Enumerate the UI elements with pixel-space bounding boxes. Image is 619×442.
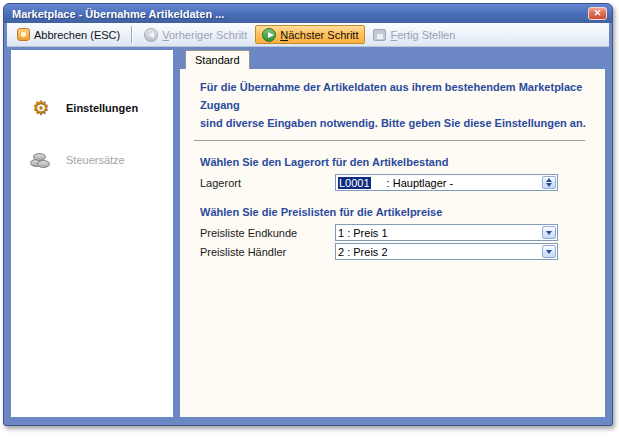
main-column: Standard Für die Übernahme der Artikelda… xyxy=(180,50,605,417)
toolbar: Abbrechen (ESC) Vorheriger Schritt Nächs… xyxy=(7,23,609,47)
previous-step-button-label: Vorheriger Schritt xyxy=(162,29,247,41)
close-icon: ✕ xyxy=(594,9,602,18)
preisliste-endkunde-value: 1 : Preis 1 xyxy=(338,227,388,239)
lagerort-value-rest: : Hauptlager - xyxy=(387,177,454,189)
chevron-down-icon xyxy=(546,231,552,235)
separator-line xyxy=(194,140,585,141)
finish-button-label: Fertig Stellen xyxy=(390,29,455,41)
toolbar-separator xyxy=(131,26,133,43)
lagerort-spinner-button[interactable] xyxy=(542,176,556,189)
title-bar: Marketplace - Übernahme Artikeldaten ...… xyxy=(4,4,612,23)
coins-icon xyxy=(30,151,52,169)
spinner-up-icon xyxy=(546,178,552,182)
next-step-button[interactable]: Nächster Schritt xyxy=(255,25,365,44)
dialog-window: Marketplace - Übernahme Artikeldaten ...… xyxy=(3,3,613,426)
cancel-button-label: Abbrechen (ESC) xyxy=(34,29,120,41)
lagerort-value-selected: L0001 xyxy=(338,177,371,189)
lagerort-label: Lagerort xyxy=(200,177,335,189)
preisliste-haendler-label: Preisliste Händler xyxy=(200,246,335,258)
tab-row: Standard xyxy=(180,50,605,69)
preisliste-endkunde-dropdown-button[interactable] xyxy=(542,226,556,239)
preisliste-haendler-dropdown[interactable]: 2 : Preis 2 xyxy=(335,243,558,260)
spinner-down-icon xyxy=(546,183,552,187)
window-title: Marketplace - Übernahme Artikeldaten ... xyxy=(12,8,224,20)
previous-arrow-icon xyxy=(144,28,158,42)
intro-text-line1: Für die Übernahme der Artikeldaten aus i… xyxy=(200,78,593,114)
tab-label: Standard xyxy=(195,54,240,66)
sidebar-item-steuersaetze[interactable]: Steuersätze xyxy=(11,146,173,174)
finish-button[interactable]: Fertig Stellen xyxy=(366,25,462,44)
lagerort-section-heading: Wählen Sie den Lagerort für den Artikelb… xyxy=(200,156,593,168)
main-panel: Für die Übernahme der Artikeldaten aus i… xyxy=(180,69,605,417)
window-body: ⚙ Einstellungen Steuersätze Standard Für… xyxy=(4,47,612,425)
gear-icon: ⚙ xyxy=(30,98,52,118)
sidebar-item-einstellungen[interactable]: ⚙ Einstellungen xyxy=(11,94,173,122)
chevron-down-icon xyxy=(546,250,552,254)
sidebar-item-label: Einstellungen xyxy=(66,102,138,114)
previous-step-button[interactable]: Vorheriger Schritt xyxy=(137,25,254,44)
intro-text-line2: sind diverse Eingaben notwendig. Bitte g… xyxy=(200,114,593,132)
preisliste-haendler-dropdown-button[interactable] xyxy=(542,245,556,258)
preislisten-section-heading: Wählen Sie die Preislisten für die Artik… xyxy=(200,206,593,218)
preisliste-haendler-value: 2 : Preis 2 xyxy=(338,246,388,258)
close-button[interactable]: ✕ xyxy=(588,7,607,20)
sidebar-item-label: Steuersätze xyxy=(66,154,125,166)
preisliste-endkunde-dropdown[interactable]: 1 : Preis 1 xyxy=(335,224,558,241)
cancel-button[interactable]: Abbrechen (ESC) xyxy=(10,25,127,44)
next-step-button-label: Nächster Schritt xyxy=(280,29,358,41)
preisliste-endkunde-label: Preisliste Endkunde xyxy=(200,227,335,239)
lagerort-combobox[interactable]: L0001 : Hauptlager - xyxy=(335,174,558,191)
preisliste-endkunde-row: Preisliste Endkunde 1 : Preis 1 xyxy=(200,224,593,241)
wizard-sidebar: ⚙ Einstellungen Steuersätze xyxy=(11,50,173,417)
preisliste-haendler-row: Preisliste Händler 2 : Preis 2 xyxy=(200,243,593,260)
save-icon xyxy=(373,29,386,41)
next-arrow-icon xyxy=(262,28,276,42)
tab-standard[interactable]: Standard xyxy=(185,50,250,69)
cancel-icon xyxy=(17,28,30,41)
lagerort-row: Lagerort L0001 : Hauptlager - xyxy=(200,174,593,191)
